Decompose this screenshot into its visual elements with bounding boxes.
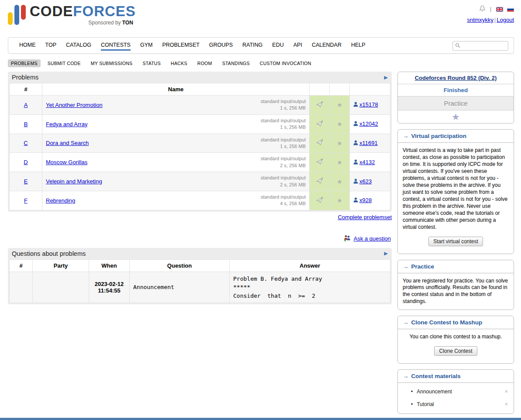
nav-item-home[interactable]: HOME (14, 38, 41, 53)
favorite-star-icon[interactable]: ★ (337, 159, 342, 166)
nav-label: TOP (45, 40, 56, 51)
problem-index-link[interactable]: B (24, 121, 28, 127)
logo-code: CODE (30, 3, 73, 19)
user-icon (353, 179, 358, 185)
arrow-icon: → (403, 133, 409, 139)
contest-tab-standings[interactable]: STANDINGS (219, 59, 253, 67)
solved-count-link[interactable]: x11691 (359, 140, 378, 146)
flag-en-icon[interactable] (496, 7, 503, 12)
user-icon (353, 159, 358, 166)
question-text: Announcement (130, 272, 230, 303)
remove-material-icon[interactable]: × (504, 388, 508, 395)
nav-item-problemset[interactable]: PROBLEMSET (157, 38, 204, 53)
favorite-star-icon[interactable]: ★ (337, 178, 342, 185)
contest-info-box: Codeforces Round 852 (Div. 2) Finished P… (397, 72, 514, 124)
problems-table: # Name A Yet Another Promotionstandard i… (9, 83, 390, 210)
nav-item-edu[interactable]: EDU (267, 38, 288, 53)
ask-question-link[interactable]: Ask a question (354, 235, 391, 242)
nav-item-gym[interactable]: GYM (135, 38, 157, 53)
favorite-star-icon[interactable]: ★ (337, 140, 342, 147)
problem-io: standard input/output (261, 194, 306, 200)
problem-index-link[interactable]: A (24, 102, 28, 108)
problem-row: D Moscow Gorillasstandard input/output2 … (10, 153, 390, 172)
bullet-icon: • (411, 401, 413, 407)
notification-bell-icon[interactable] (480, 5, 485, 13)
problem-index-link[interactable]: F (24, 197, 28, 204)
contest-tab-problems[interactable]: PROBLEMS (8, 59, 41, 67)
problem-index-link[interactable]: E (24, 178, 28, 185)
virtual-participation-body: Virtual contest is a way to take part in… (398, 143, 514, 253)
nav-item-calendar[interactable]: CALENDAR (307, 38, 346, 53)
problem-time-memory: 4 s, 256 MB (261, 200, 306, 207)
user-icon (353, 197, 358, 204)
contest-tab-my-submissions[interactable]: MY SUBMISSIONS (88, 59, 136, 67)
logo-bar-blue (14, 5, 19, 25)
box-title: Virtual participation (411, 133, 467, 139)
search-input[interactable] (462, 42, 506, 49)
practice-text: You are registered for practice. You can… (403, 278, 509, 306)
favorite-star-icon[interactable]: ★ (337, 197, 342, 204)
contest-tab-status[interactable]: STATUS (139, 59, 164, 67)
solved-count-link[interactable]: x4132 (359, 159, 375, 165)
contest-tab-room[interactable]: ROOM (194, 59, 215, 67)
problem-name-link[interactable]: Velepin and Marketing (46, 178, 102, 185)
sponsored-brand: TON (122, 20, 133, 26)
problem-name-link[interactable]: Fedya and Array (46, 121, 87, 127)
clone-mashup-box: → Clone Contest to Mashup You can clone … (397, 316, 514, 364)
user-handle-link[interactable]: sntmxykky (467, 17, 493, 23)
question-answer: Problem B. Fedya and Array ***** Conside… (230, 272, 390, 303)
contest-tab-custom-invocation[interactable]: CUSTOM INVOCATION (257, 59, 314, 67)
nav-item-top[interactable]: TOP (41, 38, 61, 53)
col-header-solved (350, 83, 390, 96)
contest-tab-submit-code[interactable]: SUBMIT CODE (45, 59, 84, 67)
virtual-participation-box: → Virtual participation Virtual contest … (397, 129, 514, 254)
questions-caption-bar: Questions about problems ▶ (9, 248, 390, 259)
collapse-arrow-icon[interactable]: ▶ (384, 75, 388, 80)
participation-mode-row: Practice (398, 96, 514, 110)
questions-caption: Questions about problems (12, 250, 86, 257)
complete-problemset-link[interactable]: Complete problemset (338, 214, 392, 220)
solved-count-link[interactable]: x15178 (359, 101, 378, 108)
solved-count-link[interactable]: x623 (359, 178, 372, 185)
favorite-star-icon[interactable]: ★ (337, 101, 342, 108)
nav-label: EDU (272, 40, 283, 51)
problem-name-link[interactable]: Rebrending (46, 197, 75, 204)
search-icon[interactable] (455, 43, 460, 49)
question-party (33, 272, 89, 303)
nav-label: CATALOG (66, 40, 91, 51)
nav-item-groups[interactable]: GROUPS (204, 38, 238, 53)
nav-item-rating[interactable]: RATING (238, 38, 267, 53)
nav-label: GROUPS (209, 40, 233, 51)
contest-title-link[interactable]: Codeforces Round 852 (Div. 2) (415, 75, 497, 81)
remove-material-icon[interactable]: × (504, 401, 508, 407)
problem-name-link[interactable]: Yet Another Promotion (46, 102, 103, 108)
solved-count-link[interactable]: x928 (359, 197, 372, 203)
flag-ru-icon[interactable] (507, 7, 514, 12)
arrow-icon: → (403, 263, 409, 270)
nav-item-contests[interactable]: CONTESTS (96, 38, 135, 53)
contest-favorite-star-icon[interactable]: ★ (452, 112, 460, 122)
problem-name-link[interactable]: Moscow Gorillas (46, 159, 87, 165)
problem-row: F Rebrendingstandard input/output4 s, 25… (10, 191, 390, 210)
nav-item-api[interactable]: API (289, 38, 307, 53)
logo-wordmark: CODEFORCES (30, 3, 136, 19)
favorite-star-icon[interactable]: ★ (337, 120, 342, 127)
contest-tab-hacks[interactable]: HACKS (168, 59, 190, 67)
problem-io: standard input/output (261, 155, 306, 162)
clone-mashup-body: You can clone this contest to a mashup. … (398, 329, 514, 363)
nav-item-help[interactable]: HELP (346, 38, 370, 53)
solved-count-link[interactable]: x12042 (359, 120, 378, 127)
clone-contest-button[interactable]: Clone Contest (434, 346, 477, 356)
nav-item-catalog[interactable]: CATALOG (61, 38, 96, 53)
problem-name-link[interactable]: Dora and Search (46, 140, 89, 146)
collapse-arrow-icon[interactable]: ▶ (384, 251, 388, 256)
logo-bar-yellow (8, 12, 13, 25)
codeforces-logo[interactable]: CODEFORCES Sponsored by TON (8, 3, 136, 36)
problem-index-link[interactable]: D (24, 159, 28, 165)
problem-index-link[interactable]: C (24, 140, 28, 146)
material-tutorial-link[interactable]: Tutorial (417, 401, 434, 407)
arrow-icon: → (403, 373, 409, 379)
logout-link[interactable]: Logout (497, 17, 514, 23)
material-announcement-link[interactable]: Announcement (417, 389, 452, 395)
start-virtual-contest-button[interactable]: Start virtual contest (428, 237, 483, 246)
